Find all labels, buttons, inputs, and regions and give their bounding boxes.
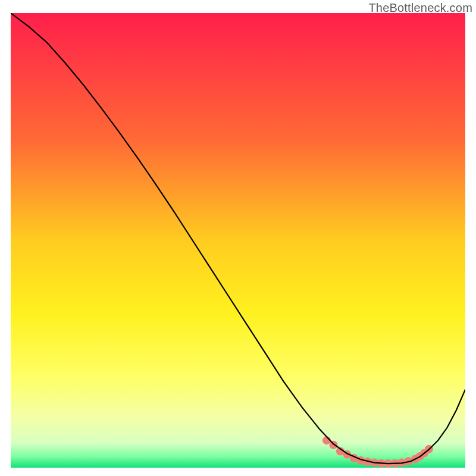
watermark-text: TheBottleneck.com: [368, 1, 472, 15]
chart-frame: TheBottleneck.com: [0, 0, 476, 476]
marker-dot: [329, 441, 337, 449]
chart-plot: [11, 13, 465, 468]
chart-background-gradient: [11, 13, 465, 468]
chart-svg: [11, 13, 465, 468]
